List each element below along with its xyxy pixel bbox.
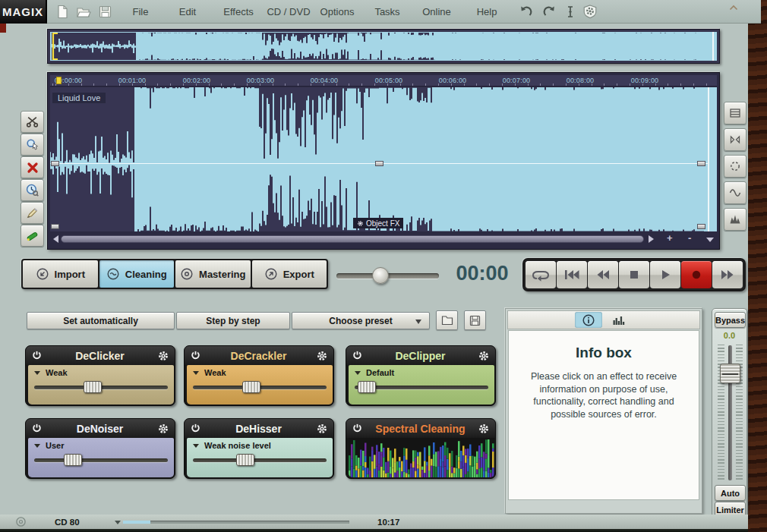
- analyzer-tab[interactable]: [605, 312, 633, 328]
- fx-slider-knob[interactable]: [64, 454, 82, 466]
- overview-wave-area[interactable]: [50, 32, 717, 61]
- fx-slider[interactable]: [34, 458, 168, 462]
- menu-file[interactable]: File: [133, 6, 149, 17]
- menu-cd-dvd[interactable]: CD / DVD: [267, 6, 310, 17]
- info-tab[interactable]: [575, 312, 602, 328]
- save-preset-button[interactable]: [464, 310, 486, 330]
- fx-slider-knob[interactable]: [236, 454, 254, 466]
- fx-preset-dropdown[interactable]: Weak noise level: [193, 441, 327, 450]
- zoom-in-button[interactable]: +: [667, 231, 673, 246]
- marker-tool-button[interactable]: [21, 225, 44, 247]
- menu-online[interactable]: Online: [422, 6, 451, 17]
- playback-position-marker[interactable]: [56, 77, 62, 84]
- power-icon[interactable]: [190, 423, 201, 434]
- record-button[interactable]: [681, 261, 712, 288]
- undo-button[interactable]: [517, 4, 534, 20]
- volume-handle-middle[interactable]: [375, 161, 384, 166]
- gear-icon[interactable]: [478, 350, 490, 362]
- step-by-step-button[interactable]: Step by step: [176, 312, 290, 329]
- cd-icon[interactable]: [15, 516, 27, 527]
- fx-preset-dropdown[interactable]: User: [34, 441, 168, 450]
- gear-icon[interactable]: [157, 423, 169, 435]
- selection-button[interactable]: [724, 155, 746, 178]
- settings-button[interactable]: [582, 4, 598, 20]
- tab-cleaning[interactable]: Cleaning: [99, 260, 175, 288]
- save-file-button[interactable]: [96, 4, 113, 20]
- loop-button[interactable]: [526, 261, 556, 288]
- zoom-out-button[interactable]: -: [688, 231, 691, 246]
- fx-slider-knob[interactable]: [358, 381, 376, 393]
- tab-export[interactable]: Export: [252, 260, 327, 288]
- tab-import[interactable]: Import: [23, 260, 98, 288]
- seek-slider[interactable]: [336, 273, 439, 279]
- fader-knob[interactable]: [720, 364, 740, 383]
- gear-icon[interactable]: [316, 423, 328, 435]
- spectrum-view-button[interactable]: [724, 208, 746, 231]
- stereo-view-button[interactable]: [724, 128, 746, 151]
- draw-tool-button[interactable]: [21, 202, 44, 224]
- wave-view-button[interactable]: [724, 181, 746, 204]
- gear-icon[interactable]: [157, 350, 169, 362]
- spectrogram-preview[interactable]: [349, 438, 494, 477]
- track-view-button[interactable]: [724, 102, 746, 124]
- fx-slider[interactable]: [355, 386, 488, 389]
- bypass-fader[interactable]: [714, 342, 746, 483]
- load-preset-button[interactable]: [436, 310, 458, 330]
- object-end-border[interactable]: [708, 87, 709, 231]
- track-overview-strip[interactable]: [47, 29, 720, 64]
- volume-handle-left[interactable]: [51, 161, 59, 166]
- menu-tasks[interactable]: Tasks: [374, 6, 399, 17]
- fx-slider[interactable]: [34, 386, 168, 389]
- forward-button[interactable]: [712, 261, 743, 288]
- new-file-button[interactable]: [54, 4, 71, 20]
- redo-button[interactable]: [541, 4, 557, 20]
- timeline-ruler[interactable]: 00:00:00 00:01:00 00:02:00 00:03:00 00:0…: [50, 75, 717, 87]
- auto-button[interactable]: Auto: [715, 485, 746, 501]
- zoom-tool-button[interactable]: [21, 134, 44, 156]
- stop-button[interactable]: [619, 261, 649, 288]
- open-file-button[interactable]: [75, 4, 92, 20]
- menu-effects[interactable]: Effects: [223, 6, 254, 17]
- skip-start-button[interactable]: [557, 261, 587, 288]
- scrollbar-thumb[interactable]: [61, 235, 644, 243]
- fx-slider[interactable]: [193, 386, 327, 389]
- fade-handle-left[interactable]: [51, 224, 59, 229]
- menu-options[interactable]: Options: [320, 6, 355, 17]
- scroll-left-arrow[interactable]: [53, 235, 58, 243]
- fx-slider-knob[interactable]: [84, 381, 102, 393]
- resample-tool-button[interactable]: [21, 179, 44, 201]
- window-caret-icon[interactable]: [729, 5, 740, 14]
- gear-icon[interactable]: [478, 423, 490, 435]
- cut-tool-button[interactable]: [21, 111, 44, 133]
- power-icon[interactable]: [31, 423, 43, 434]
- volume-handle-right[interactable]: [697, 161, 705, 166]
- text-cursor-button[interactable]: [562, 4, 579, 20]
- power-icon[interactable]: [352, 423, 363, 434]
- rewind-button[interactable]: [588, 261, 618, 288]
- scroll-down-button[interactable]: [706, 238, 714, 242]
- seek-slider-knob[interactable]: [372, 267, 389, 284]
- power-icon[interactable]: [31, 350, 43, 361]
- fx-preset-dropdown[interactable]: Weak: [34, 368, 168, 377]
- power-icon[interactable]: [190, 350, 201, 361]
- overview-start-marker[interactable]: [51, 32, 58, 61]
- scroll-right-arrow[interactable]: [649, 235, 654, 243]
- horizontal-scrollbar[interactable]: + -: [50, 231, 717, 246]
- fx-slider[interactable]: [193, 458, 327, 462]
- fx-slider-knob[interactable]: [242, 381, 260, 393]
- fade-handle-right[interactable]: [697, 224, 705, 229]
- gear-icon[interactable]: [316, 350, 328, 362]
- set-automatically-button[interactable]: Set automatically: [27, 312, 175, 329]
- menu-help[interactable]: Help: [477, 6, 497, 17]
- menu-edit[interactable]: Edit: [179, 6, 196, 17]
- audio-object[interactable]: Liquid Love Object FX: [50, 87, 717, 231]
- choose-preset-dropdown[interactable]: Choose preset: [292, 312, 430, 329]
- bypass-button[interactable]: Bypass: [715, 312, 746, 328]
- fx-preset-dropdown[interactable]: Weak: [193, 368, 327, 377]
- delete-tool-button[interactable]: [21, 156, 44, 178]
- fx-preset-dropdown[interactable]: Default: [355, 368, 488, 377]
- power-icon[interactable]: [352, 350, 363, 361]
- tab-mastering[interactable]: Mastering: [175, 260, 251, 288]
- object-fx-button[interactable]: Object FX: [353, 218, 403, 228]
- play-button[interactable]: [650, 261, 680, 288]
